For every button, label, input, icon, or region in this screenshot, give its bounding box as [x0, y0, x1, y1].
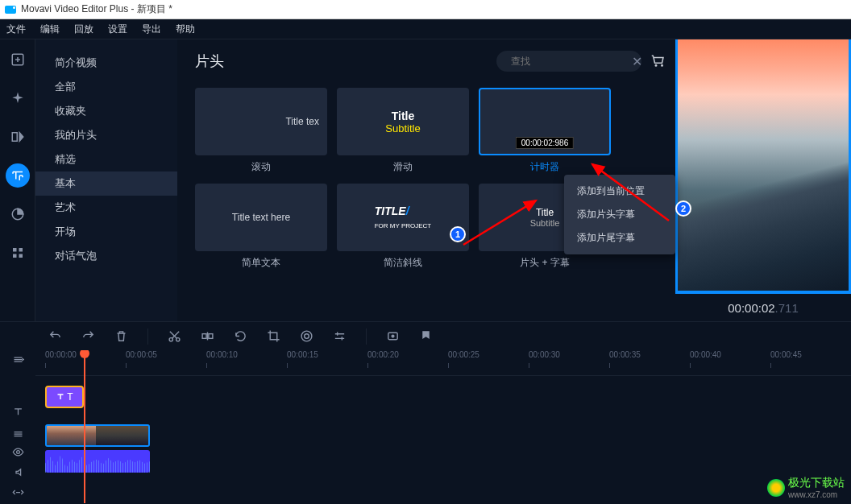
ctx-add-opening[interactable]: 添加片头字幕: [564, 203, 675, 226]
ruler-mark: 00:00:40: [690, 350, 721, 359]
sidebar-item-all[interactable]: 全部: [35, 75, 177, 99]
menu-edit[interactable]: 编辑: [40, 23, 60, 36]
record-icon[interactable]: [386, 329, 400, 343]
menu-playback[interactable]: 回放: [74, 23, 93, 36]
cut-icon[interactable]: [168, 329, 181, 343]
search-box[interactable]: ✕: [496, 51, 641, 72]
watermark-icon: [767, 479, 785, 497]
ruler-mark: 00:00:15: [287, 350, 318, 359]
tile-scroll-label: 滚动: [251, 160, 271, 174]
sidebar-item-featured[interactable]: 精选: [35, 147, 177, 171]
context-menu: 添加到当前位置 添加片头字幕 添加片尾字幕: [564, 175, 675, 254]
tile-timer[interactable]: 00:00:02:986 计时器: [479, 88, 611, 174]
color-icon[interactable]: [300, 329, 313, 343]
video-clip[interactable]: [45, 424, 150, 447]
tile-slash-label: 简洁斜线: [384, 256, 422, 270]
audio-track[interactable]: [35, 450, 851, 474]
titles-browser: 片头 ✕ Title tex 滚动 TitleSubtitle 滑动 00:00…: [177, 39, 675, 321]
svg-rect-15: [209, 334, 213, 339]
sidebar-item-bubble[interactable]: 对话气泡: [35, 244, 177, 268]
rail-titles-icon[interactable]: [6, 163, 30, 188]
ruler-mark: 00:00:35: [609, 350, 641, 359]
toolbar-separator-2: [366, 328, 367, 345]
split-icon[interactable]: [201, 329, 214, 343]
title-clip[interactable]: T: [45, 386, 84, 408]
browser-toolbar: ✕: [496, 51, 666, 72]
svg-rect-1: [12, 133, 17, 142]
delete-icon[interactable]: [114, 329, 128, 343]
marker-icon[interactable]: [419, 329, 433, 343]
undo-icon[interactable]: [48, 329, 62, 343]
rail-add-media-icon[interactable]: [6, 48, 30, 72]
annotation-badge-1: 1: [450, 226, 466, 242]
tile-timer-thumb[interactable]: 00:00:02:986: [479, 88, 611, 155]
track-lock-icon[interactable]: [12, 426, 24, 438]
svg-rect-3: [13, 248, 17, 252]
search-input[interactable]: [511, 56, 632, 67]
window-title: Movavi Video Editor Plus - 新项目 *: [21, 2, 172, 16]
ruler-mark: 00:00:05: [126, 350, 157, 359]
browser-header: 片头 ✕: [195, 51, 666, 72]
sidebar-item-opening[interactable]: 开场: [35, 220, 177, 244]
menu-file[interactable]: 文件: [6, 23, 26, 36]
toolbar-separator: [147, 328, 148, 345]
timeline-ruler[interactable]: 00:00:00 00:00:05 00:00:10 00:00:15 00:0…: [35, 350, 851, 376]
tile-simpletext[interactable]: Title text here 简单文本: [195, 184, 327, 270]
ctx-add-ending[interactable]: 添加片尾字幕: [564, 226, 675, 250]
tile-timer-label: 计时器: [530, 160, 559, 174]
timeline-toolbar: [0, 321, 851, 350]
watermark: 极光下载站 www.xz7.com: [767, 476, 845, 499]
svg-rect-4: [19, 248, 23, 252]
search-clear-icon[interactable]: ✕: [632, 54, 642, 69]
sidebar-item-intro[interactable]: 简介视频: [35, 51, 177, 75]
preview-viewport[interactable]: [675, 39, 851, 291]
menubar: 文件 编辑 回放 设置 导出 帮助: [0, 19, 851, 39]
rail-filters-icon[interactable]: [6, 86, 30, 110]
track-title-icon[interactable]: [12, 406, 24, 418]
tile-slash-thumb[interactable]: TITLE/FOR MY PROJECT: [337, 184, 469, 251]
rotate-icon[interactable]: [234, 329, 247, 343]
tile-slash[interactable]: TITLE/FOR MY PROJECT 简洁斜线: [337, 184, 469, 270]
browser-title: 片头: [195, 52, 224, 71]
annotation-badge-2: 2: [675, 200, 691, 217]
main-area: 简介视频 全部 收藏夹 我的片头 精选 基本 艺术 开场 对话气泡 片头 ✕ T…: [0, 39, 851, 321]
tile-scroll-thumb[interactable]: Title tex: [195, 88, 327, 155]
menu-export[interactable]: 导出: [142, 23, 161, 36]
ruler-mark: 00:00:10: [206, 350, 238, 359]
playhead[interactable]: [84, 350, 85, 503]
tool-rail: [0, 39, 35, 321]
svg-rect-14: [202, 334, 206, 339]
svg-point-19: [392, 335, 394, 337]
tile-simpletext-thumb[interactable]: Title text here: [195, 184, 327, 251]
cart-icon[interactable]: [651, 54, 666, 68]
crop-icon[interactable]: [267, 329, 280, 343]
add-track-icon[interactable]: [12, 353, 24, 366]
rail-transitions-icon[interactable]: [6, 125, 30, 149]
audio-clip[interactable]: [45, 450, 150, 473]
app-logo-icon: [5, 6, 16, 14]
sidebar-item-basic[interactable]: 基本: [35, 171, 177, 196]
audio-waveform: [45, 450, 150, 473]
rail-more-icon[interactable]: [6, 241, 30, 265]
menu-settings[interactable]: 设置: [108, 23, 127, 36]
sidebar-item-mytitles[interactable]: 我的片头: [35, 123, 177, 147]
tile-slide-thumb[interactable]: TitleSubtitle: [337, 88, 469, 155]
track-visible-icon[interactable]: [12, 446, 24, 458]
title-track[interactable]: T: [35, 386, 851, 410]
sidebar-item-favorites[interactable]: 收藏夹: [35, 99, 177, 123]
menu-help[interactable]: 帮助: [176, 23, 195, 36]
sidebar-item-art[interactable]: 艺术: [35, 196, 177, 220]
redo-icon[interactable]: [81, 329, 95, 343]
preview-panel: 00:00:02.711: [675, 39, 851, 321]
tile-scroll[interactable]: Title tex 滚动: [195, 88, 327, 174]
video-track[interactable]: [35, 424, 851, 448]
timeline-body[interactable]: 00:00:00 00:00:05 00:00:10 00:00:15 00:0…: [35, 350, 851, 503]
ctx-add-current[interactable]: 添加到当前位置: [564, 180, 675, 203]
tile-slide[interactable]: TitleSubtitle 滑动: [337, 88, 469, 174]
adjust-icon[interactable]: [333, 329, 347, 343]
track-link-icon[interactable]: [12, 486, 24, 498]
rail-stickers-icon[interactable]: [6, 202, 30, 226]
timer-badge: 00:00:02:986: [516, 137, 574, 149]
track-mute-icon[interactable]: [12, 466, 24, 478]
ruler-mark: 00:00:25: [448, 350, 479, 359]
